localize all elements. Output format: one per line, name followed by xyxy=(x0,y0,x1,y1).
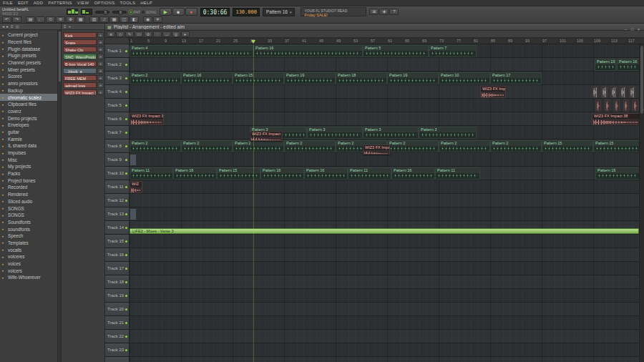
track-lane[interactable] xyxy=(130,343,639,356)
step-edit-icon[interactable]: ▦ xyxy=(76,16,85,23)
browser-item-soundfonts[interactable]: ▸soundfonts xyxy=(0,225,57,233)
track-lane[interactable] xyxy=(130,357,639,362)
track-mute-led[interactable] xyxy=(125,227,127,229)
add-to-playlist-button[interactable]: + xyxy=(97,61,104,67)
track-lane[interactable]: Pattern 3Pattern 3Pattern 3Pattern 3WIZ3… xyxy=(130,126,639,139)
redo-icon[interactable]: ↷ xyxy=(12,16,21,23)
pattern-clip[interactable]: Pattern 19 xyxy=(284,72,336,84)
track-mute-led[interactable] xyxy=(125,172,127,175)
browser-item-project-bones[interactable]: ▸Project bones xyxy=(0,177,57,184)
tempo-tap-icon[interactable]: ◉ xyxy=(143,16,152,23)
browser-item-chromatic-scalez[interactable]: ▸chromatic scalez xyxy=(0,94,57,101)
pattern-clip[interactable]: Pattern 16 xyxy=(260,167,304,180)
browser-item-amro-presslors[interactable]: ▸amro presslors xyxy=(0,80,57,87)
pattern-clip[interactable]: Pattern 19 xyxy=(387,72,439,84)
pattern-menu-icon[interactable]: ≡ xyxy=(64,24,67,29)
track-header[interactable]: Track 16 xyxy=(105,248,130,261)
browser-collapse-icon[interactable]: ◂ xyxy=(2,24,4,29)
track-lane[interactable] xyxy=(130,235,639,248)
audio-stab-clip[interactable] xyxy=(629,86,635,98)
channel-rack-icon[interactable]: ▦ xyxy=(109,16,119,23)
audio-stab-clip[interactable] xyxy=(633,99,638,112)
loop-record-icon[interactable]: ⊕ xyxy=(66,16,75,23)
track-header[interactable]: Track 22 xyxy=(105,330,130,343)
track-lane[interactable] xyxy=(130,262,639,275)
playhead-marker[interactable] xyxy=(251,40,255,44)
pattern-clip[interactable]: Pattern 18 xyxy=(336,72,387,84)
play-button[interactable]: ▶ xyxy=(160,8,172,16)
browser-item-plugin-presets[interactable]: ▸Plugin presets xyxy=(0,52,57,59)
track-lane[interactable]: Pattern 11Pattern 16Pattern 15Pattern 16… xyxy=(130,167,639,180)
track-lane[interactable]: Pattern 4Pattern 16Pattern 5Pattern 7 xyxy=(130,44,639,57)
track-mute-led[interactable] xyxy=(125,118,127,120)
paint-icon[interactable]: ▭ xyxy=(135,31,143,37)
browser-item-il-shared-data[interactable]: ▸IL shared data xyxy=(0,142,57,150)
browser-item-scores[interactable]: ▸Scores xyxy=(0,73,57,80)
pattern-selector[interactable]: Pattern 16 ▾ xyxy=(263,8,296,16)
browser-item-mixer-presets[interactable]: ▸Mixer presets xyxy=(0,66,57,73)
pattern-add-icon[interactable]: + xyxy=(69,24,72,29)
track-mute-led[interactable] xyxy=(125,132,127,134)
pattern-item[interactable]: FREE MEM+ xyxy=(62,74,104,82)
track-header[interactable]: Track 20 xyxy=(105,303,130,315)
track-header[interactable]: Track 11 xyxy=(105,180,130,193)
menu-help[interactable]: HELP xyxy=(140,1,152,5)
menu-file[interactable]: FILE xyxy=(3,1,13,5)
track-header[interactable]: Track 15 xyxy=(105,235,130,248)
add-to-playlist-button[interactable]: + xyxy=(97,39,104,45)
browser-item-songs[interactable]: ▸SONGS xyxy=(0,212,57,219)
menu-edit[interactable]: EDIT xyxy=(18,1,29,5)
track-lane[interactable] xyxy=(130,99,639,112)
track-header[interactable]: Track 3 xyxy=(105,72,130,84)
track-header[interactable]: Track 2 xyxy=(105,58,130,71)
browser-scrollbar[interactable] xyxy=(57,30,61,362)
browser-item-songs[interactable]: ▸SONGS xyxy=(0,205,57,212)
playback-icon[interactable]: ▸ xyxy=(181,31,190,37)
track-mute-led[interactable] xyxy=(125,240,127,243)
pattern-clip[interactable]: Pattern 2 xyxy=(233,140,284,152)
track-header[interactable]: Track 17 xyxy=(105,262,130,275)
browser-search-icon[interactable]: ◎ xyxy=(16,24,19,29)
pattern-clip[interactable]: Pattern 16 xyxy=(391,167,435,180)
track-header[interactable]: Track 9 xyxy=(105,153,130,166)
add-to-playlist-button[interactable]: + xyxy=(97,32,104,38)
countdown-icon[interactable]: ⊚ xyxy=(56,16,65,23)
snap-icon[interactable]: # xyxy=(153,16,162,23)
pattern-clip[interactable]: Pattern 2 xyxy=(181,140,233,152)
audio-stab-clip[interactable] xyxy=(610,86,617,98)
audio-stab-clip[interactable] xyxy=(595,99,601,112)
pattern-clip[interactable]: Pattern 11 xyxy=(435,167,480,180)
track-header[interactable]: Track 24 xyxy=(105,357,130,362)
help-icon[interactable]: ? xyxy=(389,9,399,15)
add-to-playlist-button[interactable]: + xyxy=(97,82,104,88)
browser-item-templates[interactable]: ▸Templates xyxy=(0,240,57,247)
audio-clip[interactable]: WIZ3 FX Impact 38 xyxy=(363,145,390,155)
track-lane[interactable] xyxy=(130,207,639,220)
menu-patterns[interactable]: PATTERNS xyxy=(48,1,72,5)
master-pitch-slider[interactable] xyxy=(112,11,127,14)
pattern-item[interactable]: B-bop Vocal 140+ xyxy=(62,60,104,67)
master-volume-slider[interactable] xyxy=(95,11,109,14)
track-mute-led[interactable] xyxy=(125,322,127,324)
audio-stab-clip[interactable] xyxy=(601,86,608,98)
pattern-clip[interactable]: Pattern 3 xyxy=(307,127,363,139)
pencil-icon[interactable]: ✎ xyxy=(125,31,134,37)
track-header[interactable]: Track 13 xyxy=(105,207,130,220)
track-lane[interactable] xyxy=(130,275,639,288)
track-header[interactable]: Track 7 xyxy=(105,126,130,139)
audio-stab-clip[interactable] xyxy=(620,86,626,98)
track-mute-led[interactable] xyxy=(125,64,127,66)
browser-item-demo-projects[interactable]: ▸Demo projects xyxy=(0,114,57,122)
browser-expand-icon[interactable]: ▸ xyxy=(6,24,9,29)
browser-item-voicers[interactable]: ▸voicers xyxy=(0,267,57,274)
pattern-clip[interactable]: Pattern 2 xyxy=(130,72,181,84)
track-mute-led[interactable] xyxy=(125,336,127,338)
browser-item-sliced-audio[interactable]: ▸Sliced audio xyxy=(0,198,57,205)
pattern-clip[interactable]: Pattern 2 xyxy=(387,140,439,152)
mute-icon[interactable]: ◌ xyxy=(153,31,162,37)
track-mute-led[interactable] xyxy=(125,281,127,283)
track-header[interactable]: Track 19 xyxy=(105,289,130,302)
browser-item-misc[interactable]: ▸Misc xyxy=(0,156,57,163)
slip-icon[interactable]: ↔ xyxy=(162,31,171,37)
pattern-clip[interactable]: Pattern 16 xyxy=(595,167,639,180)
